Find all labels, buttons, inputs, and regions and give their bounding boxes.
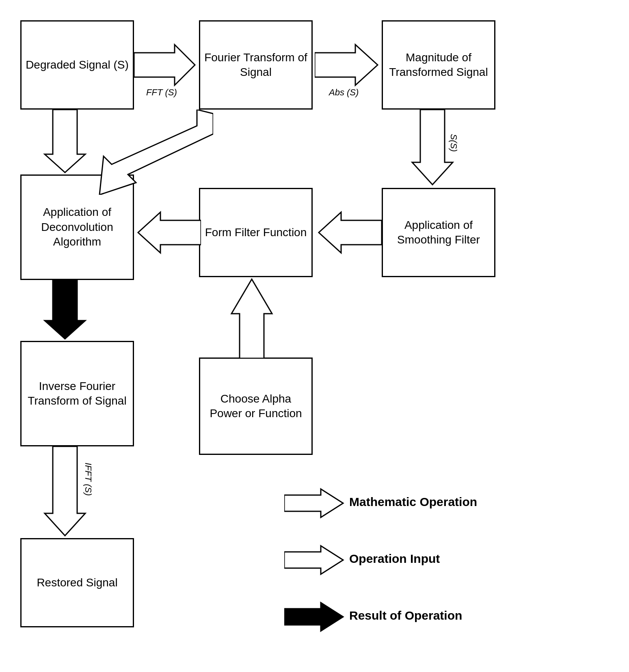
- box-degraded-signal: Degraded Signal (S): [20, 20, 134, 110]
- svg-marker-11: [284, 546, 343, 574]
- arrow-filter-to-deconv: [134, 208, 201, 257]
- diagram-container: Degraded Signal (S) Fourier Transform of…: [0, 0, 629, 672]
- svg-marker-0: [134, 45, 195, 85]
- svg-marker-3: [319, 212, 382, 253]
- arrow-feedback: [87, 110, 213, 195]
- svg-marker-12: [284, 603, 343, 631]
- legend-arrow-input: [284, 544, 345, 576]
- svg-marker-5: [45, 110, 85, 172]
- svg-marker-4: [138, 212, 201, 253]
- label-abs-s: Abs (S): [329, 87, 359, 98]
- box-restored-signal: Restored Signal: [20, 538, 134, 627]
- legend-label-result: Result of Operation: [349, 609, 462, 622]
- svg-marker-7: [45, 280, 85, 339]
- arrow-deconv-to-inverse: [41, 280, 89, 342]
- arrow-fft-s: [134, 41, 199, 89]
- arrow-smoothing-to-filter: [315, 208, 382, 257]
- legend-label-input: Operation Input: [349, 552, 440, 566]
- legend-arrow-result: [284, 601, 345, 633]
- box-form-filter: Form Filter Function: [199, 188, 313, 277]
- label-fft-s: FFT (S): [146, 87, 177, 98]
- label-s-s: S(S): [448, 134, 459, 152]
- arrow-degraded-to-deconv: [41, 110, 89, 175]
- svg-marker-6: [99, 110, 213, 195]
- svg-marker-1: [315, 45, 378, 85]
- box-application-smoothing: Application of Smoothing Filter: [382, 188, 495, 277]
- arrow-inverse-to-restored: [41, 446, 89, 540]
- box-fourier-transform: Fourier Transform of Signal: [199, 20, 313, 110]
- box-choose-alpha: Choose Alpha Power or Function: [199, 358, 313, 455]
- svg-marker-9: [231, 279, 272, 358]
- arrow-alpha-to-filter: [227, 277, 276, 358]
- box-inverse-fourier: Inverse Fourier Transform of Signal: [20, 341, 134, 446]
- box-magnitude-transformed: Magnitude of Transformed Signal: [382, 20, 495, 110]
- label-ifft-s: IFFT (S): [83, 463, 93, 496]
- svg-marker-10: [284, 489, 343, 517]
- svg-marker-8: [45, 446, 85, 536]
- svg-marker-2: [412, 110, 453, 185]
- arrow-abs-s: [315, 41, 382, 89]
- legend-label-mathematic: Mathematic Operation: [349, 495, 477, 509]
- legend-arrow-mathematic: [284, 487, 345, 519]
